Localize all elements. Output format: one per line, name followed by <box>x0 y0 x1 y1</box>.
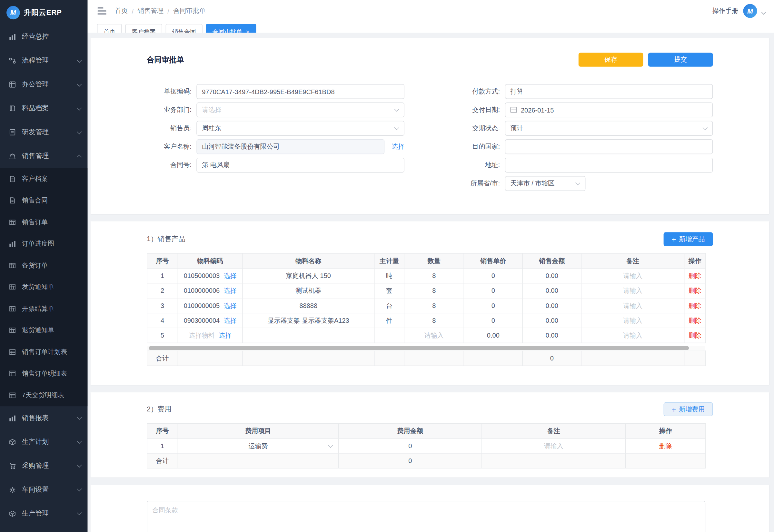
price-cell[interactable]: 0 <box>464 268 522 283</box>
tab[interactable]: 合同审批单× <box>206 24 256 33</box>
price-cell[interactable]: 0 <box>464 283 522 298</box>
tab-label: 销售合同 <box>172 28 196 33</box>
cascader-field[interactable]: 天津市 / 市辖区 <box>505 176 586 191</box>
sidebar-item[interactable]: 销售合同 <box>0 190 87 211</box>
sidebar-item[interactable]: 料品档案 <box>0 96 87 120</box>
tab[interactable]: 首页 <box>97 24 122 33</box>
chevron-down-icon <box>77 81 82 86</box>
text-field[interactable]: 打算 <box>505 84 713 99</box>
sidebar-item[interactable]: 备货订单 <box>0 255 87 276</box>
breadcrumb-item[interactable]: 首页 <box>115 6 128 15</box>
text-field[interactable] <box>505 158 713 172</box>
sidebar-item[interactable]: 生产计划 <box>0 430 87 454</box>
sidebar-item[interactable]: 发货通知单 <box>0 276 87 298</box>
terms-textarea[interactable]: 合同条款 <box>147 501 705 532</box>
remark-cell[interactable]: 请输入 <box>581 328 684 343</box>
sidebar-item[interactable]: 退货通知单 <box>0 320 87 341</box>
sidebar-item-label: 销售订单 <box>22 218 81 227</box>
text-field[interactable]: 第 电风扇 <box>196 158 404 172</box>
material-code-cell[interactable]: 选择物料选择 <box>178 328 243 343</box>
total-amount: 0 <box>522 351 581 366</box>
action-cell: 删除 <box>684 283 706 298</box>
price-cell[interactable]: 0 <box>464 313 522 328</box>
tab[interactable]: 销售合同 <box>166 24 203 33</box>
fee-amount-cell[interactable]: 0 <box>339 438 482 453</box>
remark-cell[interactable]: 请输入 <box>581 268 684 283</box>
sidebar-item[interactable]: 7天交货明细表 <box>0 384 87 406</box>
sidebar-item[interactable]: 订单进度图 <box>0 233 87 255</box>
delete-link[interactable]: 删除 <box>689 301 701 309</box>
delete-link[interactable]: 删除 <box>689 331 701 339</box>
choose-link[interactable]: 选择 <box>392 142 404 151</box>
choose-link[interactable]: 选择 <box>224 272 237 279</box>
sidebar-item[interactable]: 车间设置 <box>0 478 87 501</box>
remark-cell[interactable]: 请输入 <box>581 313 684 328</box>
text-field[interactable]: 9770CA17-3497-4DB2-995E-B49E9CF61BD8 <box>196 84 404 99</box>
chevron-down-icon <box>77 439 82 444</box>
add-product-button[interactable]: + 新增产品 <box>664 232 713 246</box>
column-header: 备注 <box>482 423 626 438</box>
qty-cell[interactable]: 8 <box>404 283 464 298</box>
remark-cell[interactable]: 请输入 <box>581 298 684 313</box>
sidebar-item[interactable]: 研发管理 <box>0 120 87 144</box>
select-field[interactable]: 预计 <box>505 121 713 136</box>
delete-link[interactable]: 删除 <box>689 287 701 294</box>
chevron-down-icon[interactable] <box>761 10 766 15</box>
material-code-cell[interactable]: 0100000005选择 <box>178 298 243 313</box>
sidebar-item-label: 车间设置 <box>22 485 78 494</box>
select-field[interactable]: 请选择 <box>196 103 404 117</box>
sidebar-item[interactable]: 销售订单 <box>0 212 87 233</box>
scrollbar-thumb[interactable] <box>149 346 689 350</box>
sidebar-item-label: 退货通知单 <box>22 326 81 335</box>
sidebar-item[interactable]: 销售订单明细表 <box>0 363 87 384</box>
text-field[interactable] <box>505 139 713 154</box>
material-code-cell[interactable]: 0105000003选择 <box>178 268 243 283</box>
sidebar-item[interactable]: 销售管理 <box>0 144 87 168</box>
delete-link[interactable]: 删除 <box>689 272 701 279</box>
qty-cell[interactable]: 8 <box>404 298 464 313</box>
qty-cell[interactable]: 8 <box>404 313 464 328</box>
sidebar-item[interactable]: 采购管理 <box>0 454 87 478</box>
choose-link[interactable]: 选择 <box>224 317 237 324</box>
material-code-cell[interactable]: 0903000004选择 <box>178 313 243 328</box>
field-label: 目的国家: <box>455 142 505 151</box>
horizontal-scrollbar[interactable] <box>147 346 705 350</box>
delete-link[interactable]: 删除 <box>689 317 701 324</box>
qty-cell[interactable]: 8 <box>404 268 464 283</box>
save-button[interactable]: 保存 <box>579 53 643 66</box>
sidebar-item[interactable]: 销售报表 <box>0 406 87 430</box>
remark-cell[interactable]: 请输入 <box>482 438 626 453</box>
qty-cell[interactable]: 请输入 <box>404 328 464 343</box>
choose-link[interactable]: 选择 <box>224 287 237 294</box>
collapse-menu-icon[interactable] <box>97 7 106 15</box>
submit-button[interactable]: 提交 <box>648 53 713 66</box>
remark-cell[interactable]: 请输入 <box>581 283 684 298</box>
unit-cell: 套 <box>374 283 404 298</box>
add-fee-button[interactable]: + 新增费用 <box>664 402 713 416</box>
field-label: 付款方式: <box>455 87 505 96</box>
price-cell[interactable]: 0 <box>464 298 522 313</box>
fee-item-cell[interactable]: 运输费 <box>178 438 338 453</box>
form-row: 客户名称:山河智能装备股份有限公司选择 <box>147 139 404 154</box>
sidebar-item[interactable]: 流程管理 <box>0 49 87 73</box>
sidebar-item[interactable]: 办公管理 <box>0 73 87 96</box>
sidebar-item[interactable]: 开票结算单 <box>0 298 87 320</box>
sidebar-item[interactable]: 销售订单计划表 <box>0 341 87 363</box>
avatar[interactable]: M <box>743 4 757 18</box>
choose-link[interactable]: 选择 <box>224 301 237 309</box>
manual-link[interactable]: 操作手册 <box>712 6 738 15</box>
date-field[interactable]: 2026-01-15 <box>505 103 713 117</box>
field-label: 业务部门: <box>147 105 196 114</box>
tab[interactable]: 客户档案 <box>125 24 162 33</box>
sidebar-item[interactable]: 客户档案 <box>0 168 87 190</box>
sidebar-item[interactable]: 经营总控 <box>0 25 87 49</box>
select-field[interactable]: 周桂东 <box>196 121 404 136</box>
close-icon[interactable]: × <box>246 29 250 33</box>
sidebar-item-label: 订单进度图 <box>22 239 81 248</box>
app-logo[interactable]: M 升阳云ERP <box>0 0 87 25</box>
material-code-cell[interactable]: 0100000006选择 <box>178 283 243 298</box>
choose-link[interactable]: 选择 <box>219 331 232 339</box>
price-cell[interactable]: 0.00 <box>464 328 522 343</box>
sidebar-item[interactable]: 生产管理 <box>0 502 87 526</box>
delete-link[interactable]: 删除 <box>659 442 672 449</box>
